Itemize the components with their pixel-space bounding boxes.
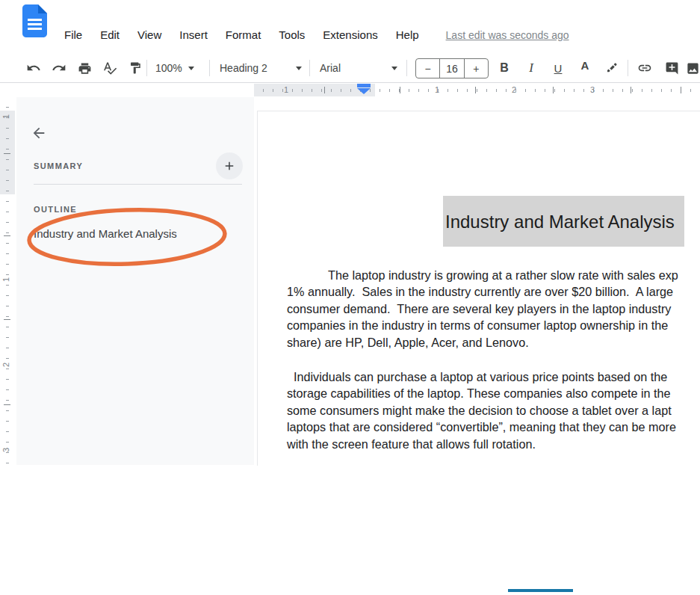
chevron-down-icon [296, 67, 302, 70]
redo-button[interactable] [49, 59, 69, 77]
menubar: File Edit View Insert Format Tools Exten… [63, 28, 569, 42]
font-size-input[interactable]: 16 [439, 59, 464, 78]
font-family-select[interactable]: Arial [320, 59, 397, 77]
selected-heading-highlight[interactable]: Industry and Market Analysis [443, 196, 684, 247]
paint-format-icon [128, 61, 142, 75]
add-summary-button[interactable] [216, 152, 243, 179]
paragraph[interactable]: The laptop industry is growing at a rath… [287, 267, 678, 351]
ruler-number: 1 [435, 85, 439, 94]
vertical-ruler: 1 1 2 3 [0, 97, 15, 465]
ruler-number: 2 [1, 360, 10, 370]
spelling-check-button[interactable] [100, 59, 120, 77]
ruler-number: 1 [1, 274, 10, 285]
ruler-halfinch-tick [400, 87, 400, 93]
highlighter-icon [605, 61, 619, 75]
underline-button[interactable]: U [548, 59, 568, 77]
chevron-down-icon [391, 67, 397, 70]
app-header: File Edit View Insert Format Tools Exten… [0, 0, 700, 54]
outline-sidebar: SUMMARY OUTLINE Industry and Market Anal… [16, 97, 254, 465]
menu-edit[interactable]: Edit [99, 28, 121, 42]
google-docs-logo-icon[interactable] [22, 4, 47, 37]
last-edit-status-link[interactable]: Last edit was seconds ago [446, 29, 569, 41]
menu-format[interactable]: Format [224, 28, 263, 42]
sidebar-divider [34, 184, 242, 185]
print-button[interactable] [75, 59, 94, 77]
italic-button[interactable]: I [521, 59, 541, 77]
outline-item-industry-and-market-analysis[interactable]: Industry and Market Analysis [34, 227, 177, 240]
comment-icon [665, 61, 679, 75]
font-family-value: Arial [320, 62, 341, 74]
plus-icon [223, 159, 236, 173]
increase-font-size-button[interactable]: + [465, 59, 488, 78]
left-indent-handle[interactable] [357, 88, 371, 94]
menu-tools[interactable]: Tools [277, 28, 306, 42]
add-comment-button[interactable] [662, 59, 681, 77]
doc-line[interactable]: companies in the industry in terms of co… [287, 317, 678, 333]
first-line-indent-handle[interactable] [357, 84, 371, 87]
toolbar: 100% Heading 2 Arial − 16 + B I U A [0, 54, 700, 83]
doc-line[interactable]: laptops that are considered “convertible… [287, 419, 676, 435]
print-icon [78, 61, 92, 75]
doc-line[interactable]: The laptop industry is growing at a rath… [287, 267, 678, 283]
ruler-halfinch-tick [631, 87, 631, 93]
doc-line[interactable]: storage capabilities of the laptop. Thes… [287, 385, 676, 401]
ruler-halfinch-tick [4, 319, 10, 320]
indent-marker[interactable] [357, 84, 371, 94]
paragraph[interactable]: Individuals can purchase a laptop at var… [287, 369, 676, 452]
undo-icon [26, 61, 41, 75]
ruler-halfinch-tick [475, 87, 476, 93]
text-color-label: A [581, 59, 589, 72]
doc-line[interactable]: Individuals can purchase a laptop at var… [287, 369, 676, 385]
summary-heading: SUMMARY [34, 161, 83, 170]
doc-line[interactable]: consumer demand. There are several key p… [287, 300, 678, 317]
menu-extensions[interactable]: Extensions [321, 28, 379, 42]
decrease-font-size-button[interactable]: − [416, 59, 439, 78]
toolbar-divider [209, 60, 210, 76]
menu-view[interactable]: View [136, 28, 163, 42]
menu-file[interactable]: File [63, 28, 84, 42]
paragraph-style-value: Heading 2 [220, 62, 267, 74]
undo-button[interactable] [24, 59, 43, 77]
insert-link-button[interactable] [635, 59, 654, 77]
ruler-number: 2 [512, 85, 516, 94]
zoom-value: 100% [155, 62, 182, 74]
menu-help[interactable]: Help [394, 28, 421, 42]
chevron-down-icon [188, 67, 194, 70]
bottom-blue-bar [508, 589, 573, 592]
ruler-halfinch-tick [4, 404, 10, 405]
zoom-select[interactable]: 100% [155, 59, 194, 77]
font-size-control: − 16 + [415, 58, 489, 78]
link-icon [637, 61, 652, 75]
ruler-number: 1 [284, 85, 288, 94]
close-outline-button[interactable] [28, 123, 49, 144]
text-color-button[interactable]: A [575, 60, 595, 78]
paragraph-style-select[interactable]: Heading 2 [220, 59, 302, 77]
outline-heading: OUTLINE [34, 205, 77, 214]
doc-line[interactable]: with the screen feature that allows full… [287, 436, 676, 452]
bold-button[interactable]: B [495, 59, 514, 77]
paint-format-button[interactable] [126, 59, 145, 77]
redo-icon [52, 61, 66, 75]
ruler-halfinch-tick [4, 235, 10, 236]
doc-line[interactable]: some consumers might make the decision t… [287, 402, 676, 419]
doc-line[interactable]: share) are HP, Dell, Apple, Acer, and Le… [287, 334, 678, 351]
document-page[interactable]: Industry and Market Analysis The laptop … [257, 111, 700, 466]
ruler-number: 3 [590, 85, 595, 94]
ruler-halfinch-tick [4, 153, 10, 154]
toolbar-divider [628, 60, 628, 76]
toolbar-divider [309, 60, 310, 76]
insert-image-button[interactable] [683, 59, 700, 77]
ruler-halfinch-tick [553, 87, 554, 93]
ruler-ticks [254, 89, 700, 92]
ruler-halfinch-tick [681, 87, 681, 93]
doc-line[interactable]: 1% annually. Sales in the industry curre… [287, 283, 678, 300]
toolbar-divider [146, 60, 147, 76]
toolbar-divider [406, 60, 407, 76]
highlight-color-button[interactable] [602, 59, 622, 77]
menu-insert[interactable]: Insert [178, 28, 209, 42]
ruler-number: 1 [1, 111, 10, 122]
ruler-number: 3 [1, 445, 10, 455]
ruler-halfinch-tick [324, 87, 325, 93]
document-heading[interactable]: Industry and Market Analysis [445, 212, 675, 232]
horizontal-ruler: 1 1 2 3 [254, 84, 700, 96]
